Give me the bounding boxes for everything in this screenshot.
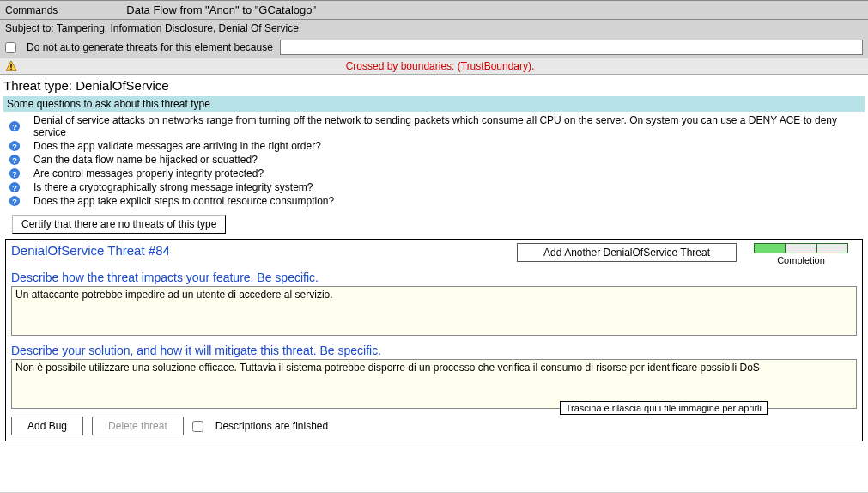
add-another-threat-button[interactable]: Add Another DenialOfService Threat [517, 243, 737, 262]
add-bug-button[interactable]: Add Bug [11, 417, 83, 435]
completion-label: Completion [777, 255, 825, 265]
svg-text:?: ? [12, 142, 17, 151]
subject-row: Subject to: Tampering, Information Discl… [0, 20, 868, 37]
help-icon[interactable]: ? [9, 181, 21, 193]
question-text: Denial of service attacks on networks ra… [33, 114, 865, 138]
card-bottom-row: Add Bug Delete threat Descriptions are f… [11, 417, 857, 435]
question-row: ? Denial of service attacks on networks … [3, 113, 865, 139]
auto-generate-reason-input[interactable] [280, 40, 863, 55]
svg-rect-1 [10, 64, 11, 67]
content-area: Threat type: DenialOfService Some questi… [0, 75, 868, 492]
svg-text:?: ? [12, 183, 17, 192]
auto-generate-checkbox[interactable] [5, 42, 16, 53]
threat-card-title: DenialOfService Threat #84 [11, 243, 508, 258]
flow-title: Data Flow from "Anon" to "GCatalogo" [126, 3, 316, 16]
subject-text: Subject to: Tampering, Information Discl… [5, 22, 299, 34]
question-text: Does the app take explicit steps to cont… [33, 195, 334, 207]
threat-card: DenialOfService Threat #84 Add Another D… [5, 239, 863, 441]
svg-text:?: ? [12, 197, 17, 206]
help-icon[interactable]: ? [9, 154, 21, 166]
auto-generate-row: Do not auto generate threats for this el… [0, 37, 868, 58]
help-icon[interactable]: ? [9, 195, 21, 207]
descriptions-finished-label: Descriptions are finished [215, 420, 328, 432]
svg-text:?: ? [12, 122, 17, 131]
threat-type-heading: Threat type: DenialOfService [3, 76, 865, 96]
question-text: Is there a cryptographically strong mess… [33, 181, 313, 193]
question-row: ? Does the app take explicit steps to co… [3, 194, 865, 208]
svg-text:?: ? [12, 155, 17, 165]
completion-meter: Completion [745, 243, 857, 265]
auto-generate-label: Do not auto generate threats for this el… [27, 41, 273, 53]
help-icon[interactable]: ? [9, 167, 21, 180]
drag-drop-tooltip: Trascina e rilascia qui i file immagine … [560, 401, 768, 415]
impact-label: Describe how the threat impacts your fea… [11, 271, 857, 284]
question-row: ? Does the app validate messages are arr… [3, 139, 865, 153]
question-text: Are control messages properly integrity … [33, 167, 264, 180]
question-row: ? Can the data flow name be hijacked or … [3, 153, 865, 167]
help-icon[interactable]: ? [9, 140, 21, 152]
question-text: Can the data flow name be hijacked or sq… [33, 154, 258, 166]
svg-rect-2 [10, 69, 11, 70]
header-bar: Commands Data Flow from "Anon" to "GCata… [0, 0, 868, 20]
completion-progress-bar [754, 243, 848, 253]
descriptions-finished-checkbox[interactable] [192, 421, 203, 432]
commands-menu[interactable]: Commands [5, 4, 58, 16]
solution-label: Describe your solution, and how it will … [11, 344, 857, 357]
warning-message: Crossed by boundaries: (TrustBoundary). [17, 60, 863, 72]
question-row: ? Are control messages properly integrit… [3, 167, 865, 180]
warning-icon [5, 60, 17, 72]
certify-no-threats-button[interactable]: Certify that there are no threats of thi… [12, 215, 226, 234]
question-text: Does the app validate messages are arriv… [33, 140, 321, 152]
questions-list: ? Denial of service attacks on networks … [3, 112, 865, 210]
svg-text:?: ? [12, 169, 17, 179]
warning-bar: Crossed by boundaries: (TrustBoundary). [0, 58, 868, 75]
help-icon[interactable]: ? [9, 120, 21, 132]
question-row: ? Is there a cryptographically strong me… [3, 180, 865, 194]
delete-threat-button[interactable]: Delete threat [92, 417, 184, 435]
questions-header: Some questions to ask about this threat … [3, 96, 865, 112]
impact-textarea[interactable] [11, 286, 857, 336]
